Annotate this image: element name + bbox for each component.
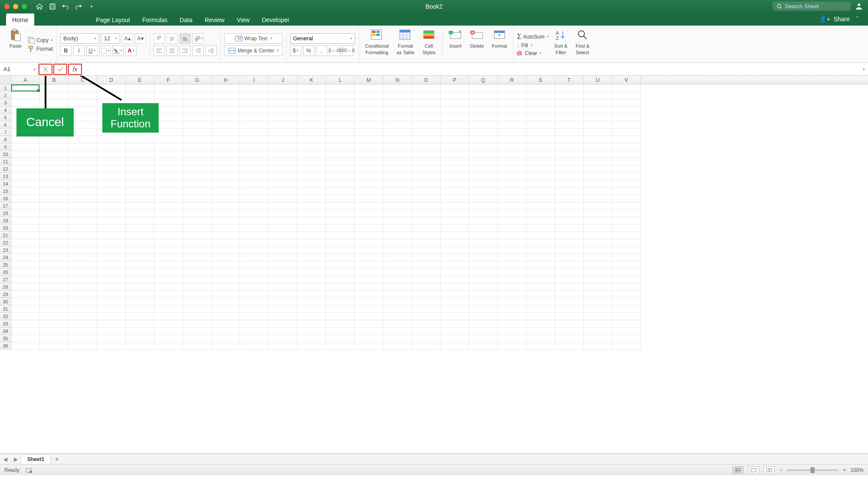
- cell[interactable]: [469, 320, 498, 328]
- cell[interactable]: [11, 276, 40, 283]
- cell[interactable]: [269, 283, 297, 291]
- cell[interactable]: [498, 335, 526, 342]
- cell[interactable]: [11, 188, 40, 195]
- cell[interactable]: [126, 224, 154, 232]
- cell[interactable]: [584, 247, 612, 254]
- cell[interactable]: [126, 217, 154, 224]
- cell[interactable]: [212, 188, 240, 195]
- cell[interactable]: [498, 224, 526, 232]
- cell[interactable]: [126, 202, 154, 210]
- cell[interactable]: [383, 306, 412, 313]
- cell[interactable]: [11, 313, 40, 320]
- cell[interactable]: [154, 276, 183, 283]
- cell[interactable]: [555, 173, 584, 180]
- cell[interactable]: [526, 291, 555, 298]
- cell[interactable]: [183, 180, 212, 188]
- save-icon[interactable]: [49, 3, 56, 10]
- cell[interactable]: [154, 202, 183, 210]
- cell[interactable]: [526, 114, 555, 121]
- cell[interactable]: [498, 121, 526, 129]
- cell[interactable]: [40, 313, 69, 320]
- cell[interactable]: [612, 180, 641, 188]
- cell[interactable]: [441, 298, 469, 306]
- cell[interactable]: [240, 202, 269, 210]
- row-header[interactable]: 23: [0, 247, 11, 254]
- cell[interactable]: [441, 121, 469, 129]
- cell[interactable]: [297, 342, 326, 350]
- cell[interactable]: [355, 129, 383, 136]
- cell[interactable]: [498, 261, 526, 269]
- cell[interactable]: [69, 158, 97, 166]
- cell[interactable]: [183, 342, 212, 350]
- cell[interactable]: [355, 143, 383, 151]
- cell[interactable]: [11, 320, 40, 328]
- cell[interactable]: [555, 224, 584, 232]
- cell[interactable]: [11, 335, 40, 342]
- font-size-select[interactable]: 12▾: [101, 33, 120, 44]
- cell[interactable]: [383, 114, 412, 121]
- cell[interactable]: [441, 335, 469, 342]
- cell[interactable]: [555, 143, 584, 151]
- cell[interactable]: [355, 151, 383, 158]
- column-header[interactable]: A: [11, 76, 40, 84]
- cell[interactable]: [97, 224, 126, 232]
- cell[interactable]: [584, 342, 612, 350]
- cell[interactable]: [412, 217, 441, 224]
- cell[interactable]: [269, 195, 297, 202]
- cell[interactable]: [154, 92, 183, 99]
- decrease-font-button[interactable]: A▾: [135, 33, 146, 44]
- cell[interactable]: [412, 107, 441, 114]
- cell[interactable]: [183, 188, 212, 195]
- column-header[interactable]: L: [326, 76, 355, 84]
- cell[interactable]: [526, 129, 555, 136]
- tab-developer[interactable]: Developer: [256, 13, 296, 26]
- cell[interactable]: [498, 180, 526, 188]
- cell[interactable]: [11, 232, 40, 239]
- cell[interactable]: [40, 298, 69, 306]
- cell[interactable]: [11, 247, 40, 254]
- cell[interactable]: [498, 254, 526, 261]
- cell[interactable]: [383, 151, 412, 158]
- cell[interactable]: [183, 217, 212, 224]
- undo-icon[interactable]: [62, 3, 69, 10]
- cell[interactable]: [212, 306, 240, 313]
- cell[interactable]: [498, 298, 526, 306]
- cell[interactable]: [526, 247, 555, 254]
- row-header[interactable]: 9: [0, 143, 11, 151]
- cell[interactable]: [97, 202, 126, 210]
- cell[interactable]: [11, 151, 40, 158]
- cell[interactable]: [126, 276, 154, 283]
- cell[interactable]: [212, 166, 240, 173]
- cell[interactable]: [297, 254, 326, 261]
- minimize-window-button[interactable]: [13, 4, 18, 9]
- cell[interactable]: [11, 298, 40, 306]
- cell[interactable]: [555, 188, 584, 195]
- cell[interactable]: [240, 136, 269, 143]
- cell[interactable]: [555, 195, 584, 202]
- cell[interactable]: [412, 202, 441, 210]
- zoom-out-button[interactable]: −: [779, 467, 782, 473]
- row-header[interactable]: 28: [0, 283, 11, 291]
- cell[interactable]: [269, 276, 297, 283]
- cell[interactable]: [154, 320, 183, 328]
- cell[interactable]: [383, 158, 412, 166]
- cell[interactable]: [326, 328, 355, 335]
- cell[interactable]: [584, 335, 612, 342]
- cell[interactable]: [355, 121, 383, 129]
- align-center-button[interactable]: [166, 46, 178, 56]
- cell[interactable]: [69, 335, 97, 342]
- column-header[interactable]: J: [269, 76, 297, 84]
- cell[interactable]: [154, 180, 183, 188]
- cell[interactable]: [269, 269, 297, 276]
- cell[interactable]: [269, 143, 297, 151]
- row-header[interactable]: 27: [0, 276, 11, 283]
- cell[interactable]: [555, 298, 584, 306]
- cell[interactable]: [526, 121, 555, 129]
- cell[interactable]: [584, 217, 612, 224]
- cell[interactable]: [441, 291, 469, 298]
- cell[interactable]: [555, 202, 584, 210]
- cell[interactable]: [183, 320, 212, 328]
- cell[interactable]: [584, 261, 612, 269]
- cell[interactable]: [383, 92, 412, 99]
- cell[interactable]: [526, 232, 555, 239]
